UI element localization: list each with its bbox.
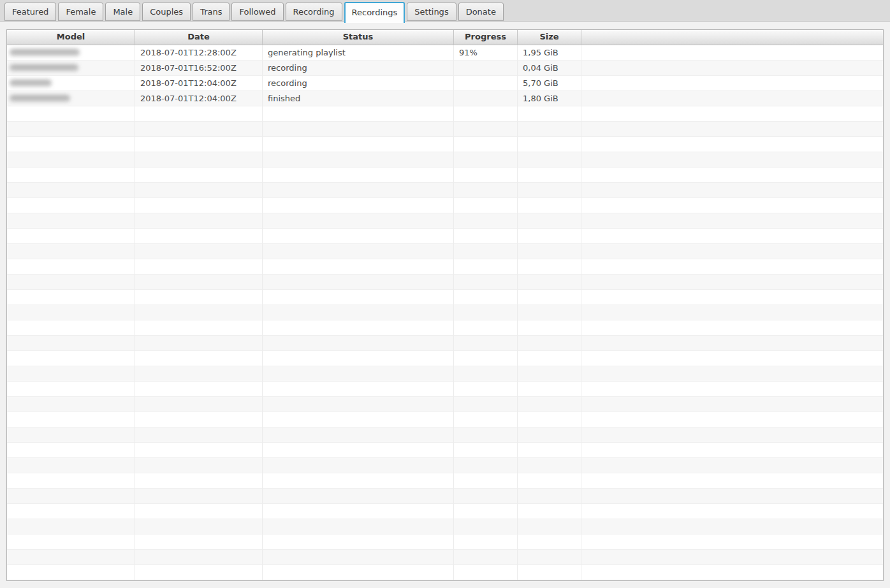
table-row-empty xyxy=(7,550,883,565)
cell-progress xyxy=(454,427,518,443)
cell-size: 5,70 GiB xyxy=(518,76,581,91)
tab-recordings[interactable]: Recordings xyxy=(344,2,405,23)
cell-status: finished xyxy=(263,91,454,106)
table-row-empty xyxy=(7,183,883,198)
cell-size xyxy=(518,305,581,320)
cell-filler xyxy=(581,366,883,382)
tab-label: Donate xyxy=(466,7,496,17)
cell-status: recording xyxy=(263,76,454,91)
cell-size xyxy=(518,550,581,565)
table-row[interactable]: 2018-07-01T12:04:00Zfinished1,80 GiB xyxy=(7,91,883,106)
cell-model xyxy=(7,443,135,458)
column-header-progress[interactable]: Progress xyxy=(454,30,518,45)
cell-status xyxy=(263,106,454,122)
cell-date xyxy=(135,213,263,229)
table-row-empty xyxy=(7,305,883,320)
cell-progress xyxy=(454,412,518,427)
cell-date xyxy=(135,397,263,412)
cell-status xyxy=(263,565,454,580)
cell-progress xyxy=(454,213,518,229)
tab-settings[interactable]: Settings xyxy=(407,3,456,21)
cell-filler xyxy=(581,106,883,122)
table-row[interactable]: 2018-07-01T12:28:00Zgenerating playlist9… xyxy=(7,45,883,61)
table-row[interactable]: 2018-07-01T16:52:00Zrecording0,04 GiB xyxy=(7,61,883,76)
cell-progress xyxy=(454,275,518,290)
cell-size xyxy=(518,152,581,168)
tab-donate[interactable]: Donate xyxy=(458,3,504,21)
cell-model xyxy=(7,504,135,519)
cell-date: 2018-07-01T16:52:00Z xyxy=(135,61,263,76)
cell-status xyxy=(263,122,454,137)
cell-size xyxy=(518,106,581,122)
cell-size xyxy=(518,198,581,213)
cell-date xyxy=(135,534,263,550)
cell-size xyxy=(518,473,581,489)
cell-progress xyxy=(454,91,518,106)
cell-date xyxy=(135,122,263,137)
cell-date xyxy=(135,366,263,382)
cell-size: 1,80 GiB xyxy=(518,91,581,106)
tab-recording[interactable]: Recording xyxy=(286,3,342,21)
cell-progress xyxy=(454,290,518,305)
cell-model xyxy=(7,290,135,305)
cell-status xyxy=(263,137,454,152)
cell-model xyxy=(7,550,135,565)
cell-filler xyxy=(581,382,883,397)
cell-filler xyxy=(581,213,883,229)
cell-date xyxy=(135,275,263,290)
tab-featured[interactable]: Featured xyxy=(4,3,56,21)
app-window: FeaturedFemaleMaleCouplesTransFollowedRe… xyxy=(0,0,890,588)
cell-filler xyxy=(581,244,883,259)
table-row-empty xyxy=(7,229,883,244)
cell-filler xyxy=(581,443,883,458)
cell-status xyxy=(263,336,454,351)
table-row-empty xyxy=(7,168,883,183)
cell-model xyxy=(7,489,135,504)
cell-filler xyxy=(581,550,883,565)
model-name-redacted xyxy=(10,80,52,87)
cell-status xyxy=(263,259,454,275)
cell-status xyxy=(263,550,454,565)
cell-progress xyxy=(454,76,518,91)
table-row[interactable]: 2018-07-01T12:04:00Zrecording5,70 GiB xyxy=(7,76,883,91)
tab-male[interactable]: Male xyxy=(105,3,140,21)
cell-size xyxy=(518,168,581,183)
table-row-empty xyxy=(7,351,883,366)
table-body: 2018-07-01T12:28:00Zgenerating playlist9… xyxy=(7,45,883,580)
cell-model xyxy=(7,351,135,366)
cell-status xyxy=(263,305,454,320)
column-header-date[interactable]: Date xyxy=(135,30,263,45)
tab-trans[interactable]: Trans xyxy=(193,3,230,21)
tab-female[interactable]: Female xyxy=(58,3,103,21)
column-header-filler xyxy=(581,30,883,45)
table-row-empty xyxy=(7,336,883,351)
cell-progress xyxy=(454,519,518,534)
table-row-empty xyxy=(7,366,883,382)
table-row-empty xyxy=(7,504,883,519)
cell-status xyxy=(263,290,454,305)
cell-status xyxy=(263,504,454,519)
cell-progress xyxy=(454,565,518,580)
cell-model xyxy=(7,382,135,397)
cell-status xyxy=(263,489,454,504)
table-row-empty xyxy=(7,320,883,336)
column-header-status[interactable]: Status xyxy=(263,30,454,45)
table-row-empty xyxy=(7,427,883,443)
tab-couples[interactable]: Couples xyxy=(142,3,191,21)
cell-status xyxy=(263,152,454,168)
cell-filler xyxy=(581,76,883,91)
model-name-redacted xyxy=(10,49,80,56)
cell-size xyxy=(518,275,581,290)
cell-date xyxy=(135,489,263,504)
cell-filler xyxy=(581,412,883,427)
cell-date xyxy=(135,168,263,183)
cell-date xyxy=(135,244,263,259)
cell-date xyxy=(135,504,263,519)
column-header-size[interactable]: Size xyxy=(518,30,581,45)
cell-date xyxy=(135,382,263,397)
tab-followed[interactable]: Followed xyxy=(231,3,283,21)
tab-label: Male xyxy=(113,7,133,17)
table-row-empty xyxy=(7,259,883,275)
column-header-model[interactable]: Model xyxy=(7,30,135,45)
cell-size xyxy=(518,366,581,382)
